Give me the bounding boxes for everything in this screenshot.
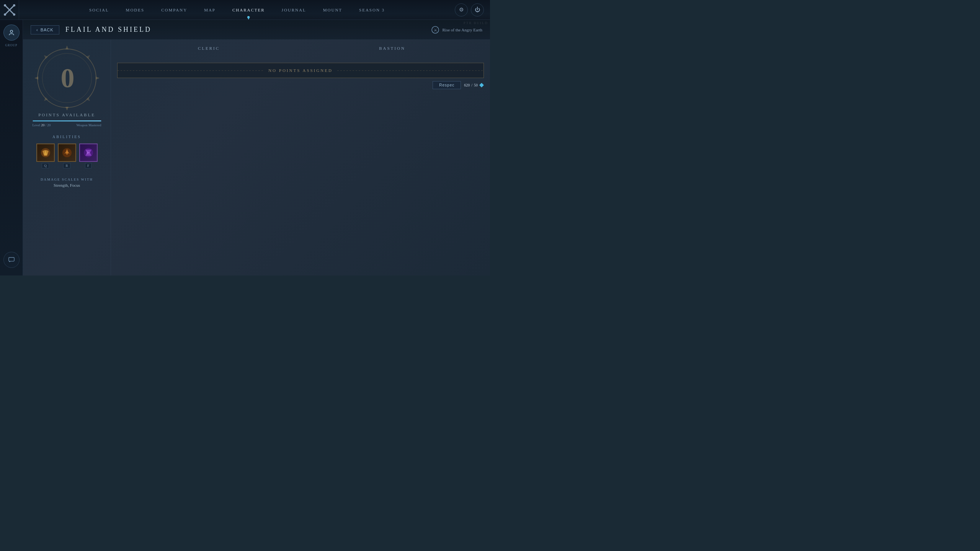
progress-bar-fill xyxy=(33,121,101,121)
svg-marker-16 xyxy=(44,97,48,101)
svg-text:A: A xyxy=(364,111,369,119)
skill-area: CLERIC BASTION xyxy=(111,40,490,276)
ability-icon-q xyxy=(36,143,55,162)
nav-item-mount[interactable]: MOUNT xyxy=(315,0,351,20)
nav-items-container: SOCIAL MODES COMPANY MAP CHARACTER JOURN… xyxy=(19,0,455,20)
content-body: 0 POINTS AVAILABLE Level 20 / 20 Weapon … xyxy=(23,40,490,276)
sidebar-bottom xyxy=(3,252,20,268)
content-header: ‹ Back FLAIL AND SHIELD ⚔ Rise of the An… xyxy=(23,20,490,40)
nav-item-journal[interactable]: JOURNAL xyxy=(273,0,315,20)
svg-text:✕: ✕ xyxy=(233,176,239,184)
abilities-row: Q R xyxy=(36,143,98,168)
svg-point-6 xyxy=(10,30,13,33)
power-icon-button[interactable]: ⏻ xyxy=(471,3,484,16)
svg-point-85 xyxy=(412,146,416,150)
ability-slot-f[interactable]: F xyxy=(79,143,98,168)
nav-item-character[interactable]: CHARACTER xyxy=(224,0,273,20)
bastion-node-5-3[interactable] xyxy=(400,172,416,189)
back-button[interactable]: ‹ Back xyxy=(31,25,59,34)
svg-marker-11 xyxy=(96,77,100,80)
ability-icon-f xyxy=(79,143,98,162)
svg-text:⊕: ⊕ xyxy=(337,177,342,184)
svg-point-4 xyxy=(4,13,6,16)
nav-item-social[interactable]: SOCIAL xyxy=(81,0,118,20)
svg-point-3 xyxy=(13,4,15,7)
expansion-icon: ⚔ xyxy=(431,26,439,34)
tree-labels-row: CLERIC BASTION xyxy=(117,46,484,57)
svg-marker-14 xyxy=(86,55,90,59)
ability-slot-q[interactable]: Q xyxy=(36,143,55,168)
no-points-banner: NO POINTS ASSIGNED xyxy=(117,63,484,78)
bastion-label: BASTION xyxy=(301,46,484,51)
top-navigation: SOCIAL MODES COMPANY MAP CHARACTER JOURN… xyxy=(0,0,490,20)
svg-point-5 xyxy=(13,13,15,16)
svg-rect-7 xyxy=(8,258,14,261)
nav-item-company[interactable]: COMPANY xyxy=(153,0,196,20)
nav-right-icons: ⚙ ⏻ xyxy=(455,3,490,16)
points-available-label: POINTS AVAILABLE xyxy=(38,112,95,117)
svg-text:✕: ✕ xyxy=(160,146,166,153)
nav-item-modes[interactable]: MODES xyxy=(118,0,153,20)
level-progress-bar xyxy=(33,120,101,122)
game-logo[interactable] xyxy=(0,0,19,20)
respec-cost: 620 / 50 xyxy=(464,83,484,88)
page-title: FLAIL AND SHIELD xyxy=(65,26,152,34)
ability-slot-r[interactable]: R xyxy=(58,143,76,168)
ability-key-q: Q xyxy=(42,163,49,168)
level-label: Level 20 / 20 xyxy=(33,123,51,127)
expansion-label: Rise of the Angry Earth xyxy=(443,28,482,32)
weapon-emblem: 0 xyxy=(36,47,98,109)
ability-key-r: R xyxy=(63,163,70,168)
progress-labels: Level 20 / 20 Weapon Mastered xyxy=(33,123,101,127)
svg-point-2 xyxy=(4,4,6,7)
svg-marker-17 xyxy=(44,55,48,59)
bastion-node-2-2[interactable] xyxy=(358,80,374,97)
damage-section: DAMAGE SCALES WITH Strength, Focus xyxy=(41,178,93,187)
main-content: ‹ Back FLAIL AND SHIELD ⚔ Rise of the An… xyxy=(23,20,490,276)
svg-point-51 xyxy=(267,119,274,126)
nav-item-season3[interactable]: SEASON 3 xyxy=(351,0,393,20)
abilities-label: ABILITIES xyxy=(52,135,81,139)
svg-marker-13 xyxy=(34,77,38,80)
group-label: Group xyxy=(5,44,17,47)
svg-marker-12 xyxy=(65,107,69,111)
left-panel: 0 POINTS AVAILABLE Level 20 / 20 Weapon … xyxy=(23,40,111,276)
nav-item-map[interactable]: MAP xyxy=(196,0,224,20)
ability-icon-r xyxy=(58,143,76,162)
svg-text:⚔: ⚔ xyxy=(433,28,437,32)
damage-label: DAMAGE SCALES WITH xyxy=(41,178,93,181)
cleric-node-5-2[interactable] xyxy=(210,172,227,189)
header-right: ⚔ Rise of the Angry Earth xyxy=(431,26,482,34)
svg-point-87 xyxy=(381,176,389,184)
group-button[interactable] xyxy=(3,24,20,41)
settings-icon-button[interactable]: ⚙ xyxy=(455,3,468,16)
svg-marker-15 xyxy=(86,97,90,101)
svg-text:✕: ✕ xyxy=(160,93,166,101)
mastery-label: Weapon Mastered xyxy=(77,123,101,127)
sidebar: Group xyxy=(0,20,23,276)
ability-key-f: F xyxy=(85,163,91,168)
points-number: 0 xyxy=(61,62,73,94)
currency-icon xyxy=(479,83,484,88)
svg-marker-10 xyxy=(65,46,69,49)
damage-value: Strength, Focus xyxy=(41,183,93,187)
chat-icon-button[interactable] xyxy=(3,252,20,268)
cleric-label: CLERIC xyxy=(117,46,301,51)
